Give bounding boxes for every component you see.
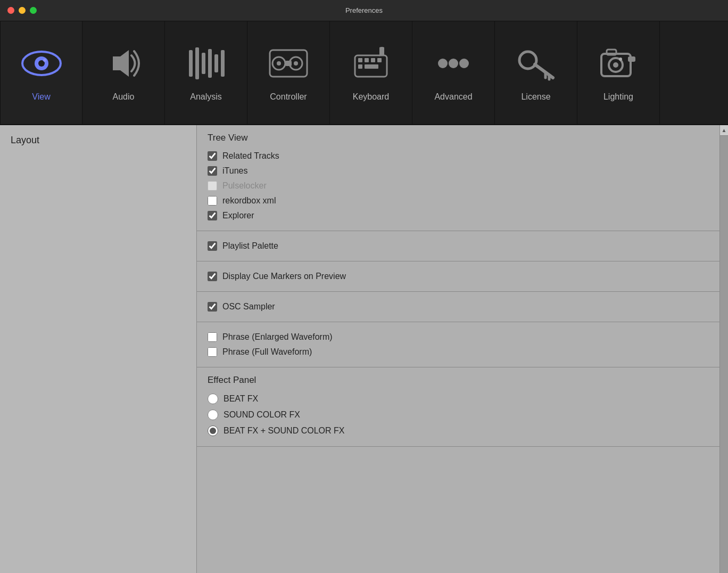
svg-point-36: [619, 58, 622, 61]
license-icon: [515, 42, 557, 85]
tab-advanced[interactable]: Advanced: [412, 21, 495, 124]
tab-license[interactable]: License: [495, 21, 577, 124]
svg-point-33: [613, 62, 618, 68]
radio-sound-color-fx-label[interactable]: SOUND COLOR FX: [224, 410, 300, 420]
audio-icon: [102, 42, 145, 85]
section-effect-panel: Effect Panel BEAT FX SOUND COLOR FX BEAT…: [197, 367, 728, 447]
maximize-button[interactable]: [30, 7, 37, 14]
checkbox-playlist-palette: Playlist Palette: [208, 239, 717, 253]
scroll-up-button[interactable]: ▲: [720, 125, 728, 136]
lighting-icon: [597, 42, 640, 85]
radio-beat-fx: BEAT FX: [208, 391, 717, 407]
checkbox-osc-sampler-label[interactable]: OSC Sampler: [222, 302, 275, 312]
tab-controller[interactable]: Controller: [247, 21, 330, 124]
tab-analysis[interactable]: Analysis: [165, 21, 247, 124]
checkbox-related-tracks: Related Tracks: [208, 149, 717, 163]
radio-both-fx-label[interactable]: BEAT FX + SOUND COLOR FX: [224, 426, 344, 436]
tab-view-label: View: [32, 92, 50, 102]
tab-audio[interactable]: Audio: [82, 21, 165, 124]
checkbox-itunes: iTunes: [208, 163, 717, 178]
svg-rect-19: [365, 58, 369, 62]
tab-lighting[interactable]: Lighting: [577, 21, 660, 124]
svg-point-13: [277, 61, 281, 66]
keyboard-icon: [350, 42, 392, 85]
section-tree-view: Tree View Related Tracks iTunes Pulseloc…: [197, 125, 728, 231]
checkbox-related-tracks-input[interactable]: [208, 151, 217, 161]
section-playlist-palette: Playlist Palette: [197, 231, 728, 261]
svg-rect-21: [377, 58, 382, 62]
checkbox-display-cue-label[interactable]: Display Cue Markers on Preview: [222, 272, 346, 281]
minimize-button[interactable]: [19, 7, 26, 14]
tab-controller-label: Controller: [270, 92, 307, 102]
svg-rect-16: [285, 61, 292, 66]
section-osc-sampler: OSC Sampler: [197, 292, 728, 322]
checkbox-display-cue: Display Cue Markers on Preview: [208, 269, 717, 284]
checkbox-pulselocker-input[interactable]: [208, 181, 217, 191]
tree-view-title: Tree View: [208, 133, 717, 143]
tab-lighting-label: Lighting: [603, 92, 633, 102]
checkbox-explorer-input[interactable]: [208, 211, 217, 220]
checkbox-explorer-label[interactable]: Explorer: [222, 211, 254, 220]
svg-point-24: [438, 59, 448, 68]
close-button[interactable]: [7, 7, 14, 14]
radio-sound-color-fx-input[interactable]: [208, 410, 218, 420]
checkbox-phrase-full-input[interactable]: [208, 347, 217, 357]
titlebar: Preferences: [0, 0, 728, 21]
toolbar: View Audio Analysis: [0, 21, 728, 125]
svg-rect-34: [607, 50, 616, 55]
svg-rect-7: [202, 53, 205, 74]
svg-point-25: [449, 59, 458, 68]
advanced-icon: [432, 42, 475, 85]
tab-license-label: License: [521, 92, 550, 102]
svg-rect-9: [214, 54, 218, 72]
checkbox-itunes-label[interactable]: iTunes: [222, 166, 247, 176]
checkbox-playlist-palette-input[interactable]: [208, 241, 217, 251]
tab-keyboard-label: Keyboard: [353, 92, 390, 102]
svg-rect-23: [365, 64, 378, 69]
checkbox-itunes-input[interactable]: [208, 166, 217, 176]
section-display-cue: Display Cue Markers on Preview: [197, 261, 728, 292]
window-title: Preferences: [345, 6, 383, 14]
svg-point-15: [294, 61, 298, 66]
svg-rect-20: [371, 58, 375, 62]
checkbox-phrase-enlarged-label[interactable]: Phrase (Enlarged Waveform): [222, 332, 333, 342]
checkbox-rekordbox-input[interactable]: [208, 196, 217, 206]
checkbox-osc-sampler-input[interactable]: [208, 302, 217, 312]
svg-rect-22: [358, 64, 362, 69]
svg-rect-10: [221, 50, 225, 77]
tab-keyboard[interactable]: Keyboard: [330, 21, 412, 124]
svg-rect-18: [358, 58, 362, 62]
controller-icon: [267, 42, 310, 85]
scrollbar-track[interactable]: ▲: [719, 125, 728, 573]
checkbox-rekordbox: rekordbox xml: [208, 193, 717, 208]
section-phrase: Phrase (Enlarged Waveform) Phrase (Full …: [197, 322, 728, 367]
checkbox-pulselocker-label: Pulselocker: [222, 181, 267, 191]
analysis-icon: [185, 42, 227, 85]
window-controls: [7, 7, 37, 14]
checkbox-phrase-enlarged: Phrase (Enlarged Waveform): [208, 330, 717, 345]
effect-panel-title: Effect Panel: [208, 375, 717, 386]
checkbox-display-cue-input[interactable]: [208, 272, 217, 281]
checkbox-related-tracks-label[interactable]: Related Tracks: [222, 151, 279, 161]
tab-audio-label: Audio: [113, 92, 135, 102]
radio-beat-fx-input[interactable]: [208, 394, 218, 404]
svg-marker-4: [113, 50, 129, 77]
checkbox-playlist-palette-label[interactable]: Playlist Palette: [222, 241, 278, 251]
checkbox-pulselocker: Pulselocker: [208, 178, 717, 193]
sidebar: Layout: [0, 125, 197, 573]
content-area: Layout ▲ Tree View Related Tracks iTunes…: [0, 125, 728, 573]
tab-analysis-label: Analysis: [190, 92, 222, 102]
sidebar-layout-title: Layout: [11, 135, 39, 145]
checkbox-phrase-full-label[interactable]: Phrase (Full Waveform): [222, 347, 312, 357]
checkbox-phrase-enlarged-input[interactable]: [208, 332, 217, 342]
svg-rect-8: [208, 49, 212, 78]
tab-view[interactable]: View: [0, 21, 82, 124]
svg-rect-6: [195, 47, 199, 79]
checkbox-phrase-full: Phrase (Full Waveform): [208, 345, 717, 359]
checkbox-rekordbox-label[interactable]: rekordbox xml: [222, 196, 276, 206]
tab-advanced-label: Advanced: [434, 92, 472, 102]
radio-beat-fx-label[interactable]: BEAT FX: [224, 394, 258, 404]
radio-both-fx-input[interactable]: [208, 425, 218, 436]
view-icon: [20, 42, 63, 85]
svg-rect-35: [628, 56, 635, 62]
